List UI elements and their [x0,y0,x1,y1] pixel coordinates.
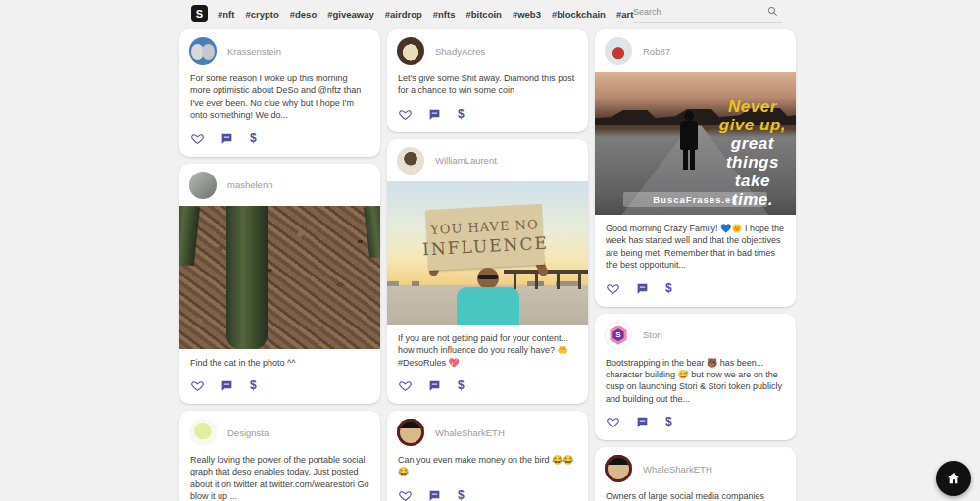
avatar[interactable] [397,37,424,65]
avatar[interactable] [397,419,424,446]
like-icon[interactable] [607,282,619,295]
username[interactable]: Rob87 [643,46,670,57]
search-icon[interactable] [767,6,778,17]
comment-icon[interactable] [636,416,649,428]
post-header: WhaleSharkETH [387,411,588,453]
like-icon[interactable] [191,379,204,392]
post-actions: $ [595,405,796,440]
post-image-influence-sign[interactable]: YOU HAVE NO INFLUENCE [387,181,588,325]
feed-column-2: ShadyAcres Let's give some Shit away. Di… [387,29,588,501]
post-header: Designsta [179,411,380,453]
post-card: mashelenn Find the cat in the photo ^^ $ [179,164,380,404]
username[interactable]: mashelenn [227,179,272,190]
diamond-icon[interactable]: $ [665,416,672,428]
tree-trunk [226,206,268,349]
like-icon[interactable] [399,489,412,501]
quote-line: great [719,134,786,153]
hashtag-airdrop[interactable]: #airdrop [385,9,422,20]
hashtag-nav: #nft #crypto #deso #giveaway #airdrop #n… [218,0,633,27]
avatar[interactable] [397,147,424,175]
quote-line: Never [719,97,786,116]
post-header: WilliamLaurent [387,139,588,181]
comment-icon[interactable] [428,379,441,392]
hashtag-web3[interactable]: #web3 [513,9,541,20]
post-header: Rob87 [595,29,796,72]
diamond-icon[interactable]: $ [458,379,465,392]
comment-icon[interactable] [220,132,233,145]
username[interactable]: WhaleSharkETH [643,464,712,475]
post-actions: $ [179,369,380,404]
sign-text-line2: INFLUENCE [421,232,549,259]
app-logo[interactable]: S [191,5,208,22]
hashtag-bitcoin[interactable]: #bitcoin [466,9,501,20]
home-fab-button[interactable] [936,461,971,496]
post-card: S Stori Bootstrapping in the bear 🐻 has … [595,314,796,441]
hashtag-art[interactable]: #art [616,9,633,20]
post-text: Let's give some Shit away. Diamond this … [387,72,588,97]
like-icon[interactable] [607,416,619,428]
like-icon[interactable] [399,379,412,392]
comment-icon[interactable] [428,489,441,501]
diamond-icon[interactable]: $ [458,108,465,121]
post-header: S Stori [595,314,796,356]
hashtag-giveaway[interactable]: #giveaway [327,9,374,20]
avatar[interactable] [605,37,632,65]
post-actions: $ [387,478,588,501]
hashtag-nfts[interactable]: #nfts [433,9,456,20]
comment-icon[interactable] [428,108,441,121]
post-image-motivation-quote[interactable]: Never give up, great things take time. B… [595,72,796,215]
tree-trunk [364,206,380,258]
feed-column-3: Rob87 Never give up, great things take t… [595,29,796,501]
diamond-icon[interactable]: $ [250,379,257,392]
person-silhouette [676,111,702,170]
quote-line: things [719,153,786,172]
diamond-icon[interactable]: $ [665,282,672,295]
username[interactable]: Stori [643,329,662,340]
post-card: Designsta Really loving the power of the… [179,411,380,501]
sunglasses [478,275,498,279]
post-card: Rob87 Never give up, great things take t… [595,29,796,307]
person-shirt [457,287,519,325]
post-text: If you are not getting paid for your con… [387,325,588,369]
avatar[interactable] [189,172,217,199]
username[interactable]: Krassenstein [227,46,281,57]
post-actions: $ [179,122,380,157]
username[interactable]: ShadyAcres [435,46,485,57]
stori-hexagon-logo: S [609,326,628,345]
post-actions: $ [387,369,588,404]
comment-icon[interactable] [636,282,649,295]
post-header: ShadyAcres [387,29,588,72]
search-box [633,1,782,23]
diamond-icon[interactable]: $ [458,489,465,501]
avatar[interactable] [189,419,217,446]
post-text: Can you even make money on the bird 😂😂😂 [387,453,588,478]
post-actions: $ [387,97,588,132]
hashtag-crypto[interactable]: #crypto [245,9,278,20]
image-watermark: BuscaFrases.es [623,192,768,207]
comment-icon[interactable] [220,379,233,392]
diamond-icon[interactable]: $ [250,132,257,145]
hashtag-deso[interactable]: #deso [290,9,317,20]
username[interactable]: WhaleSharkETH [435,427,505,438]
home-icon [946,471,961,486]
username[interactable]: Designsta [227,427,269,438]
quote-line: give up, [719,116,786,134]
post-image-forest[interactable] [179,206,380,349]
post-actions: $ [595,272,796,307]
post-card: Krassenstein For some reason I woke up t… [179,29,380,157]
tree-trunk [179,206,200,266]
post-card: WilliamLaurent YOU HAVE NO INFLUENCE If … [387,139,588,404]
hashtag-nft[interactable]: #nft [218,9,234,20]
avatar[interactable] [189,37,217,65]
post-text: Owners of large social media companies t… [595,489,796,501]
like-icon[interactable] [399,108,412,121]
post-text: Really loving the power of the portable … [179,453,380,501]
avatar[interactable]: S [605,322,632,349]
post-text: Good morning Crazy Family! 💙🌞 I hope the… [595,215,796,272]
username[interactable]: WilliamLaurent [435,155,497,166]
hashtag-blockchain[interactable]: #blockchain [552,9,606,20]
avatar[interactable] [605,455,632,482]
top-bar: S #nft #crypto #deso #giveaway #airdrop … [0,0,980,27]
search-input[interactable] [633,7,767,17]
like-icon[interactable] [191,132,204,145]
